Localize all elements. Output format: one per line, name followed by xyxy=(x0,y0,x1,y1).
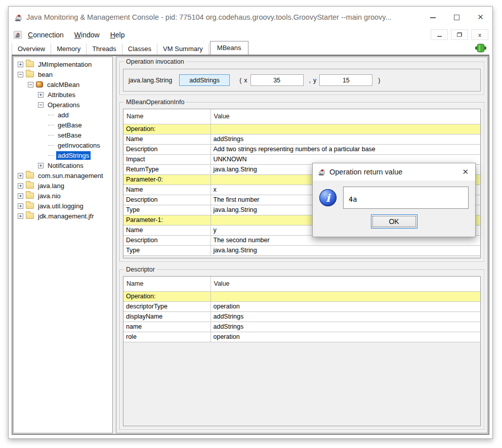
menu-help[interactable]: Help xyxy=(110,31,125,39)
tree-item-java.lang[interactable]: java.lang xyxy=(14,181,112,191)
tree-item-Operations[interactable]: Operations xyxy=(14,100,112,110)
collapse-icon[interactable] xyxy=(28,82,33,87)
tree-indent xyxy=(14,155,48,156)
tree-item-add[interactable]: add xyxy=(14,110,112,120)
tree-item-jdk.management.jfr[interactable]: jdk.management.jfr xyxy=(14,211,112,221)
name-cell: Operation: xyxy=(123,124,211,134)
tree-item-label: getBase xyxy=(56,121,83,129)
dialog-java-icon xyxy=(318,168,326,176)
name-cell: Type xyxy=(123,245,211,255)
table-row[interactable]: NameaddStrings xyxy=(123,134,480,144)
addstrings-invoke-button[interactable]: addStrings xyxy=(179,74,230,86)
tree-item-com.sun.management[interactable]: com.sun.management xyxy=(14,170,112,181)
expand-icon[interactable] xyxy=(38,163,44,168)
java-console-icon xyxy=(14,13,23,22)
tab-vm-summary[interactable]: VM Summary xyxy=(157,43,209,55)
dialog-body: i xyxy=(313,181,475,209)
result-value-field[interactable] xyxy=(343,187,469,209)
param-y-input[interactable] xyxy=(319,74,372,86)
tab-classes[interactable]: Classes xyxy=(122,43,157,55)
tree-item-bean[interactable]: bean xyxy=(14,69,112,79)
tab-overview[interactable]: Overview xyxy=(12,43,51,55)
table-row[interactable]: displayNameaddStrings xyxy=(123,311,480,322)
value-cell: Add two strings representing numbers of … xyxy=(211,144,480,154)
name-cell: role xyxy=(123,332,211,342)
column-header-value[interactable]: Value xyxy=(211,277,480,291)
expand-icon[interactable] xyxy=(38,92,44,98)
section-row[interactable]: Operation: xyxy=(123,124,480,134)
window-title: Java Monitoring & Management Console - p… xyxy=(26,13,421,21)
table-row[interactable]: roleoperation xyxy=(123,332,480,342)
window-titlebar[interactable]: Java Monitoring & Management Console - p… xyxy=(9,7,492,28)
table-row[interactable]: DescriptionAdd two strings representing … xyxy=(123,144,480,154)
name-cell: Name xyxy=(123,134,211,144)
ok-button[interactable]: OK xyxy=(371,214,417,229)
tree-item-label: java.lang xyxy=(36,182,66,190)
param-x-label: x xyxy=(244,77,247,84)
tree-item-label: calcMBean xyxy=(46,80,81,89)
minimize-button[interactable] xyxy=(421,7,445,28)
name-cell: Parameter-1: xyxy=(123,215,211,225)
table-row[interactable]: descriptorTypeoperation xyxy=(123,301,480,311)
close-icon: ✕ xyxy=(477,13,484,22)
value-cell: addStrings xyxy=(211,134,480,144)
operation-detail-panel: Operation invocation java.lang.String ad… xyxy=(116,57,488,433)
frame-restore-button[interactable] xyxy=(451,29,468,40)
name-cell: name xyxy=(123,322,211,332)
name-cell: Description xyxy=(123,144,211,154)
value-cell xyxy=(211,124,480,134)
frame-close-button[interactable]: x xyxy=(471,29,488,40)
expand-icon[interactable] xyxy=(18,173,23,178)
operation-invocation-row: java.lang.String addStrings ( x , y ) xyxy=(123,69,481,92)
collapse-icon[interactable] xyxy=(38,102,44,108)
connection-status-icon xyxy=(475,43,486,53)
tree-indent xyxy=(14,216,18,216)
frame-minimize-button[interactable] xyxy=(431,29,448,40)
column-header-value[interactable]: Value xyxy=(211,109,480,124)
column-header-name[interactable]: Name xyxy=(123,277,211,291)
maximize-button[interactable] xyxy=(445,7,469,28)
operation-invocation-title: Operation invocation xyxy=(124,58,186,66)
tab-threads[interactable]: Threads xyxy=(87,43,122,55)
expand-icon[interactable] xyxy=(18,183,23,189)
tree-item-Attributes[interactable]: Attributes xyxy=(14,89,112,100)
close-button[interactable]: ✕ xyxy=(469,7,492,28)
mbean-icon xyxy=(36,81,43,87)
mbean-operation-info-title: MBeanOperationInfo xyxy=(124,99,186,106)
tree-item-addStrings[interactable]: addStrings xyxy=(14,150,112,160)
dialog-titlebar[interactable]: Operation return value ✕ xyxy=(313,163,475,181)
name-cell: Name xyxy=(123,225,211,235)
tree-item-getBase[interactable]: getBase xyxy=(14,120,112,130)
column-header-name[interactable]: Name xyxy=(123,109,211,124)
table-row[interactable]: nameaddStrings xyxy=(123,322,480,332)
tab-strip: Overview Memory Threads Classes VM Summa… xyxy=(9,41,492,55)
tab-memory[interactable]: Memory xyxy=(51,43,87,55)
tree-indent xyxy=(14,165,38,166)
tree-indent xyxy=(14,125,48,125)
tree-item-getInvocations[interactable]: getInvocations xyxy=(14,140,112,150)
expand-icon[interactable] xyxy=(18,213,23,219)
tree-indent xyxy=(14,135,48,136)
dialog-close-button[interactable]: ✕ xyxy=(461,167,470,176)
name-cell: descriptorType xyxy=(123,301,211,311)
expand-icon[interactable] xyxy=(18,62,23,67)
name-cell: Impact xyxy=(123,154,211,164)
tree-item-label: bean xyxy=(36,70,54,79)
tab-mbeans[interactable]: MBeans xyxy=(210,41,248,55)
param-x-input[interactable] xyxy=(250,74,304,86)
tree-item-setBase[interactable]: setBase xyxy=(14,130,112,140)
section-row[interactable]: Operation: xyxy=(123,291,480,301)
tree-indent xyxy=(14,186,18,186)
tree-item-java.util.logging[interactable]: java.util.logging xyxy=(14,201,112,211)
expand-icon[interactable] xyxy=(18,203,23,209)
menu-connection[interactable]: Connection xyxy=(28,31,64,39)
collapse-icon[interactable] xyxy=(18,72,23,77)
menu-window[interactable]: Window xyxy=(74,31,100,39)
tree-indent xyxy=(14,196,18,196)
table-row[interactable]: Typejava.lang.String xyxy=(123,245,480,255)
tree-item-Notifications[interactable]: Notifications xyxy=(14,160,112,170)
tree-item-JMImplementation[interactable]: JMImplementation xyxy=(14,59,112,69)
tree-item-java.nio[interactable]: java.nio xyxy=(14,191,112,201)
tree-item-calcMBean[interactable]: calcMBean xyxy=(14,79,112,89)
expand-icon[interactable] xyxy=(18,193,23,199)
